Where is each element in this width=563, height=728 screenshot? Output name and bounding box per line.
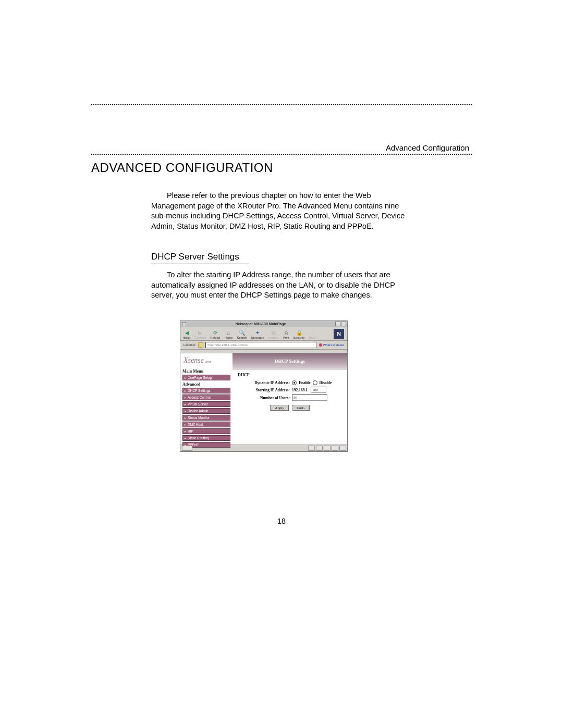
sidebar-item-device-admin[interactable]: ▸Device Admin — [182, 408, 230, 414]
number-of-users-row: Number of Users: 50 — [238, 394, 342, 401]
virtual-server-label: Virtual Server — [188, 402, 208, 406]
sidebar-item-access-control[interactable]: ▸Access Control — [182, 394, 230, 400]
intro-paragraph: Please refer to the previous chapter on … — [151, 191, 412, 231]
onepage-label: OnePage Setup — [188, 376, 212, 379]
browser-toolbar: ◀ Back ▶ Forward ⟳ Reload ⌂ Home 🔍 Searc… — [180, 327, 347, 341]
forward-button[interactable]: ▶ Forward — [194, 330, 206, 339]
stop-icon: ◦ — [309, 330, 315, 336]
enable-radio[interactable] — [292, 380, 297, 385]
stop-button[interactable]: ◦ Stop — [309, 330, 315, 339]
dhcp-form: DHCP Dynamic IP Address: Enable Disable … — [232, 369, 347, 414]
sidebar-item-dhcp-settings[interactable]: ▸DHCP Settings — [182, 388, 230, 393]
starting-ip-row: Starting IP Address: 192.168.1. 100 — [238, 387, 342, 393]
window-zoom-button[interactable] — [341, 322, 346, 326]
bullet-icon: ▸ — [185, 389, 186, 392]
whats-related-button[interactable]: What's Related — [319, 343, 345, 347]
section-text: To alter the starting IP Address range, … — [151, 270, 395, 299]
forward-label: Forward — [194, 336, 206, 339]
window-titlebar: Netscape: MIH-130 MainPage — [180, 321, 347, 327]
section-heading-dhcp: DHCP Server Settings — [151, 252, 239, 262]
images-label: Images — [268, 336, 279, 339]
sidebar-item-static-routing[interactable]: ▸Static Routing — [182, 435, 230, 441]
undo-button[interactable]: Undo — [292, 405, 310, 411]
status-handle[interactable] — [182, 446, 192, 451]
print-label: Print — [283, 336, 289, 339]
status-icon-3[interactable] — [324, 446, 331, 451]
back-button[interactable]: ◀ Back — [183, 330, 190, 339]
device-admin-label: Device Admin — [188, 409, 209, 413]
starting-ip-input[interactable]: 100 — [311, 387, 326, 393]
running-header: Advanced Configuration — [386, 143, 469, 152]
location-input[interactable]: http://192.168.1.1/DHCP.htm — [205, 342, 316, 348]
home-icon: ⌂ — [225, 330, 231, 336]
images-icon: ▦ — [271, 330, 277, 336]
page-banner: DHCP Settings — [232, 353, 347, 369]
netscape-button[interactable]: ✦ Netscape — [251, 330, 264, 339]
enable-label: Enable — [299, 380, 311, 385]
dynamic-ip-row: Dynamic IP Address: Enable Disable — [238, 380, 342, 385]
bullet-icon: ▸ — [185, 423, 186, 426]
rip-label: RIP — [188, 429, 193, 433]
toolbar-handle[interactable] — [180, 350, 347, 353]
netscape-icon: ✦ — [254, 330, 261, 336]
search-label: Search — [237, 336, 247, 339]
dmz-host-label: DMZ Host — [188, 423, 203, 426]
netscape-logo: N — [334, 329, 344, 339]
chapter-title: ADVANCED CONFIGURATION — [91, 161, 273, 175]
dhcp-section-label: DHCP — [238, 373, 342, 377]
security-button[interactable]: 🔒 Security — [293, 330, 305, 339]
print-button[interactable]: ⎙ Print — [283, 330, 289, 339]
bookmark-icon[interactable] — [198, 342, 203, 348]
intro-text: Please refer to the previous chapter on … — [151, 191, 405, 230]
number-of-users-label: Number of Users: — [238, 396, 290, 400]
sidebar-item-virtual-server[interactable]: ▸Virtual Server — [182, 401, 230, 407]
sidebar-item-onepage-setup[interactable]: ▸OnePage Setup — [182, 375, 230, 380]
back-arrow-icon: ◀ — [184, 330, 190, 336]
embedded-browser-window: Netscape: MIH-130 MainPage ◀ Back ▶ Forw… — [180, 320, 348, 452]
disable-radio[interactable] — [313, 380, 317, 385]
window-controls — [335, 322, 346, 326]
whats-related-label: What's Related — [323, 343, 345, 347]
lock-icon: 🔒 — [296, 330, 302, 336]
reload-icon: ⟳ — [212, 330, 218, 336]
page-top-rule — [91, 104, 472, 105]
apply-button[interactable]: Apply — [270, 405, 289, 411]
sidebar-item-rip[interactable]: ▸RIP — [182, 428, 230, 434]
home-button[interactable]: ⌂ Home — [224, 330, 232, 339]
compass-icon — [319, 343, 322, 347]
status-icon-5[interactable] — [339, 446, 346, 451]
status-icon-1[interactable] — [308, 446, 315, 451]
search-button[interactable]: 🔍 Search — [237, 330, 247, 339]
bullet-icon: ▸ — [185, 409, 186, 413]
bullet-icon: ▸ — [185, 402, 186, 406]
number-of-users-input[interactable]: 50 — [292, 394, 327, 401]
window-title: Netscape: MIH-130 MainPage — [186, 322, 335, 326]
status-icon-2[interactable] — [316, 446, 323, 451]
sidebar-item-status-monitor[interactable]: ▸Status Monitor — [182, 415, 230, 421]
window-menu-icon[interactable] — [182, 322, 186, 326]
main-menu-header: Main Menu — [182, 369, 230, 374]
images-button[interactable]: ▦ Images — [268, 330, 279, 339]
sidebar-item-dmz-host[interactable]: ▸DMZ Host — [182, 422, 230, 427]
advanced-menu-header: Advanced — [182, 382, 230, 387]
bullet-icon: ▸ — [185, 436, 186, 440]
section-paragraph: To alter the starting IP Address range, … — [151, 270, 412, 301]
starting-ip-prefix: 192.168.1. — [292, 388, 309, 392]
security-label: Security — [293, 336, 305, 339]
brand-name: Xsense — [183, 356, 204, 364]
section-heading-rule — [151, 264, 249, 264]
window-collapse-button[interactable] — [335, 322, 340, 326]
location-bar: Location: http://192.168.1.1/DHCP.htm Wh… — [180, 341, 347, 350]
status-icon-4[interactable] — [332, 446, 338, 451]
print-icon: ⎙ — [283, 330, 289, 336]
main-panel: DHCP Settings DHCP Dynamic IP Address: E… — [232, 353, 347, 445]
reload-button[interactable]: ⟳ Reload — [210, 330, 220, 339]
status-monitor-label: Status Monitor — [188, 416, 210, 419]
running-header-rule — [91, 154, 472, 155]
bullet-icon: ▸ — [185, 376, 186, 379]
back-label: Back — [183, 336, 190, 339]
reload-label: Reload — [210, 336, 220, 339]
dynamic-ip-label: Dynamic IP Address: — [238, 380, 290, 385]
brand-logo: Xsense.com — [182, 355, 230, 368]
bullet-icon: ▸ — [185, 416, 186, 419]
